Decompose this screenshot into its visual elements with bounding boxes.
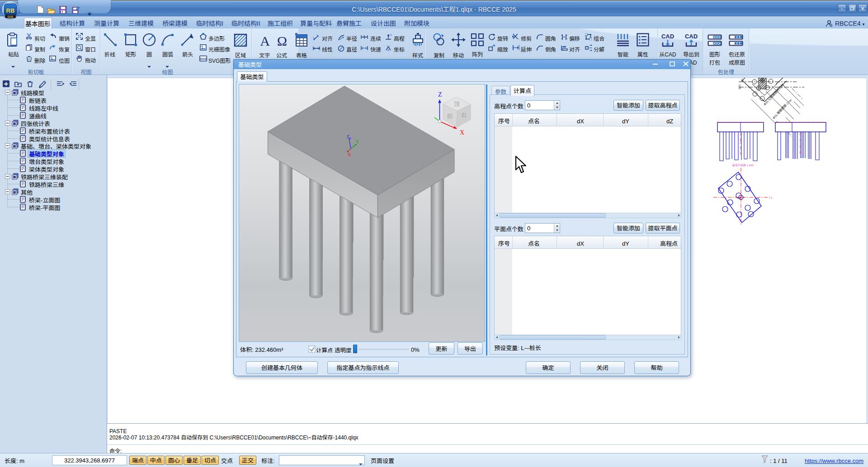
svg-text:前: 前: [447, 112, 453, 120]
svg-text:Y: Y: [356, 139, 359, 144]
svg-text:右: 右: [461, 111, 467, 119]
svg-text:Z: Z: [438, 91, 442, 98]
svg-text:320: 320: [739, 84, 741, 89]
svg-text:CAD: CAD: [661, 33, 674, 40]
svg-text:X: X: [348, 152, 351, 157]
svg-text:顶: 顶: [453, 99, 459, 108]
svg-text:Φ16 钢筋圆钢 2.1m: Φ16 钢筋圆钢 2.1m: [771, 98, 793, 120]
svg-text:x: x: [771, 196, 772, 199]
svg-text:CAD: CAD: [685, 33, 698, 40]
svg-text:Z: Z: [347, 134, 349, 139]
svg-text:A: A: [260, 33, 270, 48]
svg-text:H: H: [390, 33, 392, 37]
svg-text:SVG: SVG: [200, 57, 207, 61]
svg-text:Ω: Ω: [277, 33, 287, 48]
svg-text:XY: XY: [387, 45, 390, 48]
svg-text:X: X: [460, 129, 464, 136]
svg-text:桩基平面图 1:100: 桩基平面图 1:100: [732, 163, 754, 167]
